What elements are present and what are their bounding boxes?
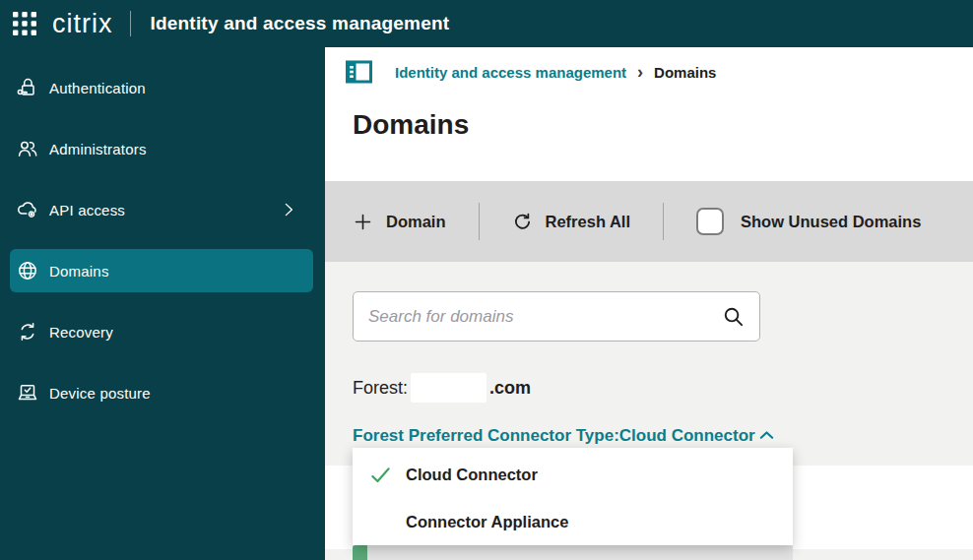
sidebar-item-recovery[interactable]: Recovery: [10, 310, 313, 353]
breadcrumb-link-iam[interactable]: Identity and access management: [395, 64, 626, 81]
sidebar-item-label: Recovery: [49, 324, 113, 341]
domain-row-fragment[interactable]: [353, 545, 793, 560]
add-domain-label: Domain: [386, 213, 446, 231]
sidebar-item-label: Administrators: [49, 141, 147, 157]
forest-label: Forest:: [353, 378, 408, 399]
chevron-up-icon: [756, 425, 777, 446]
panel-list-icon[interactable]: [346, 59, 372, 85]
refresh-cycle-icon: [16, 320, 39, 343]
forest-preferred-connector-link[interactable]: Forest Preferred Connector Type:Cloud Co…: [353, 425, 777, 446]
sidebar-item-authentication[interactable]: Authentication: [10, 66, 313, 109]
dropdown-option-label: Connector Appliance: [406, 513, 568, 531]
sidebar-item-label: API access: [49, 202, 125, 218]
sidebar-item-label: Authentication: [49, 80, 146, 96]
sidebar-nav: Authentication Administrators: [0, 47, 325, 560]
main-content: Identity and access management › Domains…: [325, 47, 973, 560]
sidebar-item-label: Device posture: [49, 385, 151, 402]
toolbar-divider: [479, 203, 480, 240]
check-icon: [369, 464, 392, 486]
dropdown-option-connector-appliance[interactable]: Connector Appliance: [353, 498, 793, 545]
plus-icon: [353, 212, 373, 232]
refresh-icon: [512, 212, 533, 232]
breadcrumb-current: Domains: [654, 64, 716, 81]
refresh-all-button[interactable]: Refresh All: [512, 212, 631, 232]
cloud-gear-icon: [16, 198, 39, 221]
people-icon: [16, 137, 39, 160]
connector-link-label: Forest Preferred Connector Type:: [353, 426, 619, 446]
search-input[interactable]: [368, 307, 722, 327]
connector-link-value: Cloud Connector: [619, 426, 755, 446]
refresh-all-label: Refresh All: [546, 213, 631, 231]
search-icon[interactable]: [722, 305, 745, 328]
domain-search-box: [353, 291, 760, 342]
forest-domain-suffix: .com: [489, 378, 531, 399]
sidebar-item-label: Domains: [49, 263, 109, 280]
breadcrumb: Identity and access management › Domains: [346, 59, 716, 85]
domain-row-green-accent: [353, 545, 367, 560]
sidebar-item-device-posture[interactable]: Device posture: [10, 371, 313, 414]
toolbar-divider: [663, 203, 664, 240]
app-grid-icon[interactable]: [13, 12, 36, 35]
globe-icon: [16, 259, 39, 282]
sidebar-item-administrators[interactable]: Administrators: [10, 127, 313, 170]
sidebar-item-api-access[interactable]: API access: [10, 188, 313, 231]
domains-toolbar: Domain Refresh All Show Unused Domains: [325, 181, 973, 262]
add-domain-button[interactable]: Domain: [353, 212, 446, 232]
citrix-logo[interactable]: citrix: [52, 11, 113, 37]
citrix-console-window: citrix Identity and access management Au…: [0, 0, 973, 560]
forest-info-row: Forest: .com: [353, 372, 531, 404]
breadcrumb-separator: ›: [637, 63, 643, 81]
show-unused-domains-checkbox[interactable]: [696, 208, 724, 235]
forest-name-redacted: [411, 373, 486, 403]
dropdown-option-label: Cloud Connector: [406, 466, 538, 484]
chevron-right-icon: [280, 201, 297, 218]
show-unused-domains-label: Show Unused Domains: [741, 213, 921, 231]
topbar-title: Identity and access management: [151, 13, 450, 34]
dropdown-option-cloud-connector[interactable]: Cloud Connector: [353, 451, 793, 498]
top-navigation-bar: citrix Identity and access management: [0, 0, 973, 47]
lock-key-icon: [16, 76, 39, 99]
laptop-check-icon: [16, 381, 39, 404]
topbar-divider: [130, 11, 131, 36]
page-title: Domains: [353, 109, 469, 141]
sidebar-item-domains[interactable]: Domains: [10, 249, 313, 292]
connector-type-dropdown: Cloud Connector Connector Appliance: [353, 448, 793, 545]
